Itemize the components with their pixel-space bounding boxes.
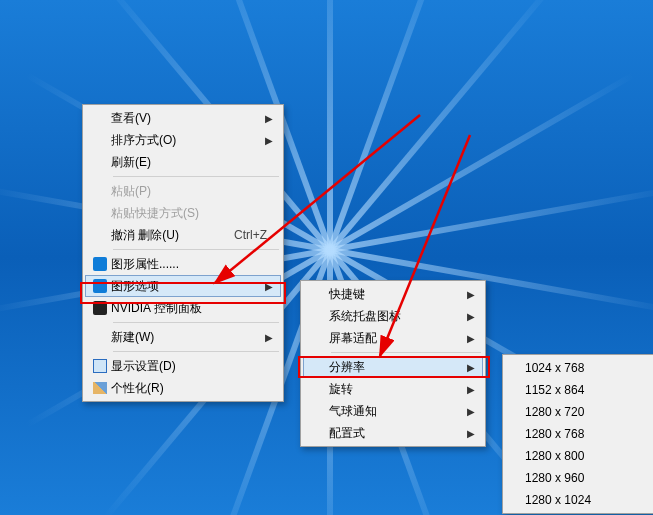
menu-item-resolution[interactable]: 分辨率 ▶ xyxy=(303,356,483,378)
menu-item-hotkeys[interactable]: 快捷键 ▶ xyxy=(303,283,483,305)
menu-item-res-1280x768[interactable]: 1280 x 768 xyxy=(505,423,653,445)
menu-item-paste-shortcut: 粘贴快捷方式(S) ▶ xyxy=(85,202,281,224)
chevron-right-icon: ▶ xyxy=(263,332,273,343)
menu-label: 显示设置(D) xyxy=(111,358,263,375)
menu-item-balloon-notify[interactable]: 气球通知 ▶ xyxy=(303,400,483,422)
empty-icon xyxy=(89,226,111,244)
menu-label: 查看(V) xyxy=(111,110,263,127)
intel-icon xyxy=(89,277,111,295)
menu-item-graphics-properties[interactable]: 图形属性...... ▶ xyxy=(85,253,281,275)
menu-label: 刷新(E) xyxy=(111,154,263,171)
menu-separator xyxy=(113,249,279,250)
graphics-options-submenu: 快捷键 ▶ 系统托盘图标 ▶ 屏幕适配 ▶ 分辨率 ▶ 旋转 ▶ 气球通知 ▶ … xyxy=(300,280,486,447)
menu-item-new[interactable]: 新建(W) ▶ xyxy=(85,326,281,348)
menu-item-nvidia-control-panel[interactable]: NVIDIA 控制面板 ▶ xyxy=(85,297,281,319)
menu-item-undo-delete[interactable]: 撤消 删除(U) Ctrl+Z xyxy=(85,224,281,246)
menu-label: NVIDIA 控制面板 xyxy=(111,300,263,317)
menu-item-rotation[interactable]: 旋转 ▶ xyxy=(303,378,483,400)
menu-item-refresh[interactable]: 刷新(E) ▶ xyxy=(85,151,281,173)
chevron-right-icon: ▶ xyxy=(465,311,475,322)
empty-icon xyxy=(307,380,329,398)
menu-item-sort[interactable]: 排序方式(O) ▶ xyxy=(85,129,281,151)
menu-item-res-1280x1024[interactable]: 1280 x 1024 xyxy=(505,489,653,511)
menu-shortcut: Ctrl+Z xyxy=(234,228,267,242)
empty-icon xyxy=(89,153,111,171)
empty-icon xyxy=(307,358,329,376)
menu-label: 1280 x 960 xyxy=(525,471,653,485)
chevron-right-icon: ▶ xyxy=(465,362,475,373)
menu-label: 配置式 xyxy=(329,425,465,442)
empty-icon xyxy=(307,424,329,442)
menu-separator xyxy=(113,322,279,323)
resolution-submenu: 1024 x 768 1152 x 864 1280 x 720 1280 x … xyxy=(502,354,653,514)
menu-item-paste: 粘贴(P) ▶ xyxy=(85,180,281,202)
menu-label: 气球通知 xyxy=(329,403,465,420)
menu-label: 旋转 xyxy=(329,381,465,398)
menu-item-res-1280x800[interactable]: 1280 x 800 xyxy=(505,445,653,467)
empty-icon xyxy=(89,328,111,346)
menu-item-tray-icon[interactable]: 系统托盘图标 ▶ xyxy=(303,305,483,327)
menu-label: 1280 x 768 xyxy=(525,427,653,441)
menu-separator xyxy=(331,352,481,353)
chevron-right-icon: ▶ xyxy=(465,428,475,439)
nvidia-icon xyxy=(89,299,111,317)
menu-label: 1280 x 720 xyxy=(525,405,653,419)
empty-icon xyxy=(307,402,329,420)
menu-item-res-1280x720[interactable]: 1280 x 720 xyxy=(505,401,653,423)
empty-icon xyxy=(89,109,111,127)
empty-icon xyxy=(89,131,111,149)
menu-item-res-1024x768[interactable]: 1024 x 768 xyxy=(505,357,653,379)
intel-icon xyxy=(89,255,111,273)
empty-icon xyxy=(307,285,329,303)
monitor-icon xyxy=(89,357,111,375)
menu-label: 个性化(R) xyxy=(111,380,263,397)
menu-item-graphics-options[interactable]: 图形选项 ▶ xyxy=(85,275,281,297)
chevron-right-icon: ▶ xyxy=(465,289,475,300)
menu-item-personalize[interactable]: 个性化(R) ▶ xyxy=(85,377,281,399)
menu-label: 撤消 删除(U) xyxy=(111,227,214,244)
menu-label: 1280 x 800 xyxy=(525,449,653,463)
chevron-right-icon: ▶ xyxy=(263,135,273,146)
empty-icon xyxy=(307,329,329,347)
menu-item-view[interactable]: 查看(V) ▶ xyxy=(85,107,281,129)
menu-label: 图形选项 xyxy=(111,278,263,295)
menu-label: 图形属性...... xyxy=(111,256,263,273)
menu-label: 粘贴快捷方式(S) xyxy=(111,205,263,222)
menu-label: 新建(W) xyxy=(111,329,263,346)
menu-label: 快捷键 xyxy=(329,286,465,303)
empty-icon xyxy=(89,182,111,200)
menu-label: 排序方式(O) xyxy=(111,132,263,149)
chevron-right-icon: ▶ xyxy=(465,333,475,344)
menu-item-res-1152x864[interactable]: 1152 x 864 xyxy=(505,379,653,401)
menu-item-profile[interactable]: 配置式 ▶ xyxy=(303,422,483,444)
chevron-right-icon: ▶ xyxy=(465,384,475,395)
menu-label: 1024 x 768 xyxy=(525,361,653,375)
menu-separator xyxy=(113,351,279,352)
menu-item-screen-fit[interactable]: 屏幕适配 ▶ xyxy=(303,327,483,349)
chevron-right-icon: ▶ xyxy=(263,281,273,292)
empty-icon xyxy=(89,204,111,222)
personalize-icon xyxy=(89,379,111,397)
menu-label: 屏幕适配 xyxy=(329,330,465,347)
menu-label: 1152 x 864 xyxy=(525,383,653,397)
menu-item-res-1280x960[interactable]: 1280 x 960 xyxy=(505,467,653,489)
desktop-context-menu: 查看(V) ▶ 排序方式(O) ▶ 刷新(E) ▶ 粘贴(P) ▶ 粘贴快捷方式… xyxy=(82,104,284,402)
menu-label: 分辨率 xyxy=(329,359,465,376)
menu-label: 粘贴(P) xyxy=(111,183,263,200)
menu-item-display-settings[interactable]: 显示设置(D) ▶ xyxy=(85,355,281,377)
menu-label: 1280 x 1024 xyxy=(525,493,653,507)
menu-separator xyxy=(113,176,279,177)
chevron-right-icon: ▶ xyxy=(465,406,475,417)
empty-icon xyxy=(307,307,329,325)
menu-label: 系统托盘图标 xyxy=(329,308,465,325)
chevron-right-icon: ▶ xyxy=(263,113,273,124)
